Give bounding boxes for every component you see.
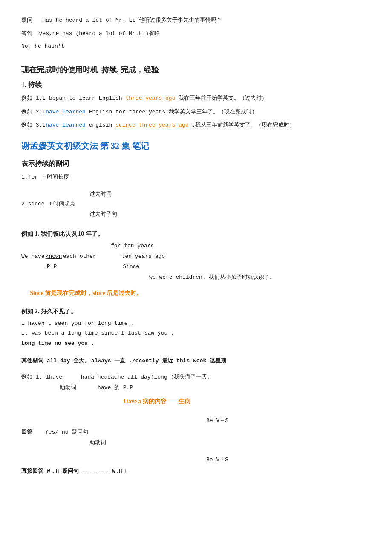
have-sick: Have a 病的内容——生病 xyxy=(124,398,190,405)
ex-cn2: 例如 2. 好久不见了。 xyxy=(21,306,371,317)
section1-subheading: 持续, 完成，经验 xyxy=(101,63,159,77)
section1-heading-row: 现在完成时的使用时机 持续, 完成，经验 xyxy=(21,63,371,78)
ex-cn1: 例如 1. 我们彼此认识 10 年了。 xyxy=(21,228,371,239)
direct-ans: 直接回答 W．H 疑问句----------W.H＋ xyxy=(21,466,371,476)
ex2-section: 例如 2. 好久不见了。 I haven't seen you for long… xyxy=(21,306,371,348)
example2-line: 例如 2.Ihave learned English for three yea… xyxy=(21,107,371,117)
zhudongci-label: 助动词 xyxy=(60,383,76,393)
known-line: We have known each other ten years ago xyxy=(21,251,371,261)
section1-heading: 现在完成时的使用时机 xyxy=(21,63,98,77)
question-line: 疑问 Has he heard a lot of Mr. Li 他听过很多关于李… xyxy=(21,15,371,25)
ex2-1: I haven't seen you for long time . xyxy=(21,318,371,328)
answer-no: No, he hasn't xyxy=(21,41,371,51)
since-note: Since 前是现在完成时，since 后是过去时。 xyxy=(30,288,371,298)
since-word: Since xyxy=(123,262,139,272)
answer-block: 答句 yes,he has (heard a lot of Mr.Li)省略 N… xyxy=(21,29,371,51)
adverb-section: 表示持续的副词 1.for ＋时间长度 xyxy=(21,158,371,182)
other-adv-content: all day 全天, always 一直 ,recently 最近 this … xyxy=(47,358,226,364)
pp-label: P.P xyxy=(47,262,57,272)
pp-since-line: P.P Since xyxy=(21,262,371,272)
ex3-mid: englsih xyxy=(86,122,115,128)
example-known-section: 例如 1. 我们彼此认识 10 年了。 for ten years We hav… xyxy=(21,228,371,283)
ex2-prefix: 例如 2.I xyxy=(21,109,46,115)
we-were: we were children. 我们从小孩子时就认识了。 xyxy=(149,272,371,282)
example1-line: 例如 1.I began to learn English three year… xyxy=(21,93,371,103)
other-adv-label: 其他副词 xyxy=(21,358,43,364)
other-adv-row: 其他副词 all day 全天, always 一直 ,recently 最近 … xyxy=(21,356,371,366)
answer-yes: 答句 yes,he has (heard a lot of Mr.Li)省略 xyxy=(21,29,371,38)
be-vs2-section: Be V＋S 直接回答 W．H 疑问句----------W.H＋ xyxy=(21,455,371,477)
present-perfect-section: 现在完成时的使用时机 持续, 完成，经验 1. 持续 例如 1.I began … xyxy=(21,63,371,130)
ex3-suffix: .我从三年前就学英文了。（现在完成时） xyxy=(189,122,295,128)
ex2-underline: have learned xyxy=(46,109,86,115)
for-ten: for ten years xyxy=(111,241,371,251)
example3-line: 例如 3.Ihave learned englsih scince three … xyxy=(21,120,371,130)
since-section: 过去时间 2.since ＋时间起点 过去时子句 xyxy=(21,189,371,219)
each-other: each other xyxy=(63,251,96,261)
page-container: 疑问 Has he heard a lot of Mr. Li 他听过很多关于李… xyxy=(21,15,371,477)
have-pp-label: have 的 P.P xyxy=(98,383,133,393)
ex3-1-suffix: a headache all day(long )我头痛了一天。 xyxy=(91,372,213,382)
hui-da: 回答 xyxy=(21,427,32,437)
since-label-top: 过去时间 xyxy=(89,189,371,199)
known-word: known xyxy=(46,251,62,261)
ex3-underline: have learned xyxy=(46,122,86,128)
section2-heading: 表示持续的副词 xyxy=(21,158,371,170)
zhudongci-line: 助动词 have 的 P.P xyxy=(21,383,371,393)
since-item: 2.since ＋时间起点 xyxy=(21,199,371,209)
ex2-3: Long time no see you . xyxy=(21,338,371,348)
ten-years-ago: ten years ago xyxy=(122,251,165,261)
ex3-1-line: 例如 1. I have had a headache all day(long… xyxy=(21,372,371,382)
ex3-section: 例如 1. I have had a headache all day(long… xyxy=(21,372,371,407)
ex2-suffix: English for three years 我学英文学三年了。（现在完成时） xyxy=(86,109,257,115)
other-adv-section: 其他副词 all day 全天, always 一直 ,recently 最近 … xyxy=(21,356,371,366)
be-vs2: Be V＋S xyxy=(64,455,371,465)
ex3-1-have: have xyxy=(49,372,62,382)
for-item: 1.for ＋时间长度 xyxy=(21,172,371,182)
we-have: We have xyxy=(21,251,45,261)
q-text: Has he heard a lot of Mr. Li 他听过很多关于李先生的… xyxy=(42,17,222,23)
be-vs1: Be V＋S xyxy=(64,416,371,425)
huida-line: 回答 Yes/ no 疑问句 xyxy=(21,427,371,437)
a-label: 答句 xyxy=(21,30,32,37)
ex3-1-had: had xyxy=(81,372,91,382)
zhudongci2: 助动词 xyxy=(89,438,371,448)
ex3-prefix: 例如 3.I xyxy=(21,122,46,128)
q-label: 疑问 xyxy=(21,17,32,23)
ex1-suffix: 我在三年前开始学英文。（过去时） xyxy=(175,95,267,101)
ex2-2: It was been a long time since I last saw… xyxy=(21,328,371,338)
ex1-prefix: 例如 1.I began to learn English xyxy=(21,95,125,101)
be-vs-section: Be V＋S 回答 Yes/ no 疑问句 助动词 xyxy=(21,416,371,448)
ex3-orange: scince three years ago xyxy=(115,122,189,128)
qa-section: 疑问 Has he heard a lot of Mr. Li 他听过很多关于李… xyxy=(21,15,371,51)
a-no-text: No, he hasn't xyxy=(21,43,64,49)
ex3-1-prefix: 例如 1. I xyxy=(21,372,49,382)
since-label-bot: 过去时子句 xyxy=(89,209,371,219)
title-32: 谢孟媛英文初级文法 第 32 集 笔记 xyxy=(21,138,371,153)
item1-label: 1. 持续 xyxy=(21,79,371,91)
ex1-orange: three years ago xyxy=(125,95,175,101)
have-sick-line: Have a 病的内容——生病 xyxy=(124,396,371,407)
yes-no: Yes/ no 疑问句 xyxy=(45,427,88,437)
a-yes-text: yes,he has (heard a lot of Mr.Li)省略 xyxy=(39,30,160,37)
